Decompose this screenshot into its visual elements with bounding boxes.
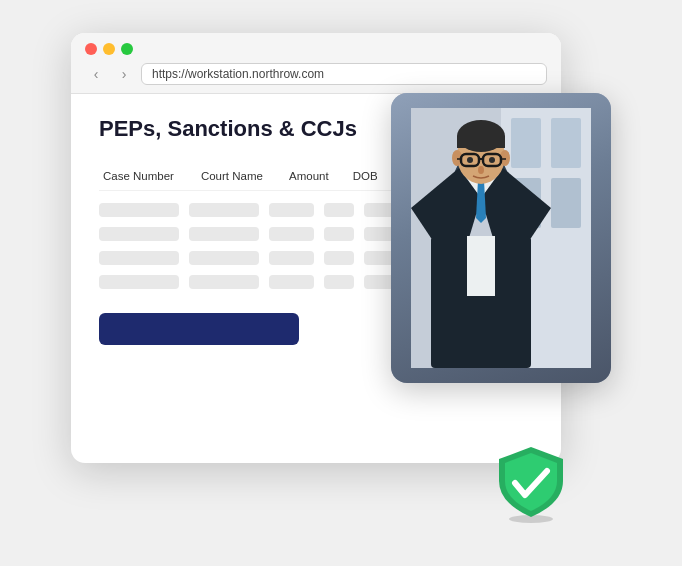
url-text: https://workstation.northrow.com [152, 67, 324, 81]
skeleton-cell [269, 203, 314, 217]
shield-badge [491, 443, 571, 523]
col-header-case: Case Number [103, 170, 191, 182]
photo-card [391, 93, 611, 383]
browser-chrome: ‹ › https://workstation.northrow.com [71, 33, 561, 94]
svg-rect-26 [467, 236, 495, 296]
person-photo [391, 93, 611, 383]
col-header-amount: Amount [289, 170, 343, 182]
skeleton-cell [99, 251, 179, 265]
skeleton-cell [324, 227, 354, 241]
dot-red[interactable] [85, 43, 97, 55]
svg-rect-3 [551, 118, 581, 168]
dot-yellow[interactable] [103, 43, 115, 55]
svg-rect-2 [511, 118, 541, 168]
browser-bar: ‹ › https://workstation.northrow.com [85, 63, 547, 85]
skeleton-cell [189, 203, 259, 217]
svg-point-24 [478, 166, 484, 174]
person-silhouette [411, 108, 591, 368]
shield-icon [491, 443, 571, 523]
svg-rect-14 [457, 136, 505, 148]
skeleton-cell [189, 251, 259, 265]
skeleton-cell [99, 227, 179, 241]
skeleton-cell [269, 275, 314, 289]
action-button[interactable] [99, 313, 299, 345]
svg-rect-5 [551, 178, 581, 228]
skeleton-cell [324, 251, 354, 265]
skeleton-cell [324, 203, 354, 217]
back-button[interactable]: ‹ [85, 63, 107, 85]
address-bar[interactable]: https://workstation.northrow.com [141, 63, 547, 85]
skeleton-cell [324, 275, 354, 289]
svg-point-22 [467, 157, 473, 163]
skeleton-cell [269, 251, 314, 265]
skeleton-cell [99, 275, 179, 289]
col-header-court: Court Name [201, 170, 279, 182]
scene: ‹ › https://workstation.northrow.com PEP… [71, 33, 611, 533]
skeleton-cell [99, 203, 179, 217]
skeleton-cell [189, 227, 259, 241]
skeleton-cell [189, 275, 259, 289]
skeleton-cell [269, 227, 314, 241]
browser-dots [85, 43, 547, 55]
col-header-dob: DOB [353, 170, 387, 182]
dot-green[interactable] [121, 43, 133, 55]
svg-point-23 [489, 157, 495, 163]
forward-button[interactable]: › [113, 63, 135, 85]
